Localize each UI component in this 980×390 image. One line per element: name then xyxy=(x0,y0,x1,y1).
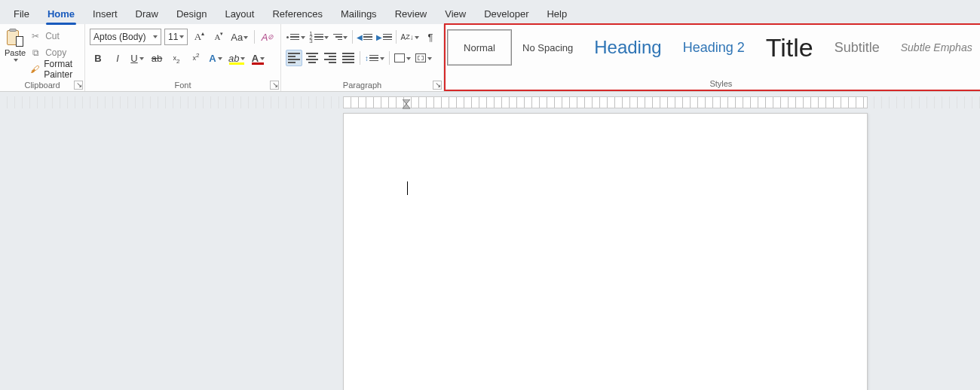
style-title[interactable]: Title xyxy=(755,29,824,66)
shading-button[interactable] xyxy=(393,50,412,66)
justify-button[interactable] xyxy=(340,50,357,66)
group-label-paragraph: Paragraph xyxy=(286,81,439,91)
font-size-value: 11 xyxy=(168,32,178,42)
text-cursor xyxy=(407,181,408,195)
tab-file[interactable]: File xyxy=(5,4,38,24)
paste-icon xyxy=(7,29,23,47)
group-label-styles: Styles xyxy=(447,79,980,90)
align-left-button[interactable] xyxy=(286,50,302,66)
group-label-clipboard: Clipboard xyxy=(5,81,80,91)
chevron-down-icon xyxy=(415,36,419,39)
clipboard-dialog-launcher[interactable]: ↘ xyxy=(74,81,83,90)
line-spacing-button[interactable]: ↕ xyxy=(363,50,386,66)
tab-draw[interactable]: Draw xyxy=(127,4,167,24)
tab-references[interactable]: References xyxy=(263,4,331,24)
font-dialog-launcher[interactable]: ↘ xyxy=(270,81,279,90)
highlight-color-button[interactable]: ab xyxy=(227,50,247,66)
tab-view[interactable]: View xyxy=(436,4,475,24)
format-painter-button[interactable]: 🖌 Format Painter xyxy=(30,62,80,77)
group-label-font: Font xyxy=(90,81,276,91)
group-paragraph: 123 ◀ ▶ AZ↓ ¶ xyxy=(281,24,444,91)
copy-label: Copy xyxy=(45,47,66,58)
font-name-value: Aptos (Body) xyxy=(93,32,145,42)
format-painter-label: Format Painter xyxy=(44,59,80,80)
borders-button[interactable] xyxy=(414,50,433,66)
tab-help[interactable]: Help xyxy=(537,4,576,24)
bullets-button[interactable] xyxy=(286,29,307,45)
font-name-combo[interactable]: Aptos (Body) xyxy=(90,29,161,45)
chevron-down-icon xyxy=(179,35,184,38)
chevron-down-icon xyxy=(243,36,248,39)
sort-button[interactable]: AZ↓ xyxy=(400,29,421,45)
chevron-down-icon xyxy=(14,59,18,62)
chevron-down-icon xyxy=(406,57,411,60)
style-heading-1[interactable]: Heading xyxy=(583,29,672,66)
paste-button[interactable]: Paste xyxy=(5,27,26,62)
align-center-button[interactable] xyxy=(304,50,320,66)
chevron-down-icon xyxy=(343,36,348,39)
document-page[interactable] xyxy=(343,113,868,390)
tab-review[interactable]: Review xyxy=(386,4,436,24)
subscript-button[interactable]: x2 xyxy=(168,50,185,66)
group-font: Aptos (Body) 11 A▴ A▾ Aa A⊘ B I U ab x2 xyxy=(85,24,281,91)
decrease-indent-button[interactable]: ◀ xyxy=(356,29,374,45)
style-subtitle[interactable]: Subtitle xyxy=(824,29,890,66)
chevron-down-icon xyxy=(260,57,265,60)
font-size-combo[interactable]: 11 xyxy=(164,29,188,45)
scissors-icon: ✂ xyxy=(30,31,41,41)
style-subtle-emphasis[interactable]: Subtle Emphas xyxy=(890,29,980,66)
cut-label: Cut xyxy=(45,31,60,41)
strikethrough-button[interactable]: ab xyxy=(149,50,165,66)
chevron-down-icon xyxy=(240,57,245,60)
change-case-button[interactable]: Aa xyxy=(230,29,250,45)
numbering-button[interactable]: 123 xyxy=(308,29,330,45)
ribbon-tabs: File Home Insert Draw Design Layout Refe… xyxy=(0,0,980,24)
clear-formatting-button[interactable]: A⊘ xyxy=(259,29,276,45)
underline-button[interactable]: U xyxy=(129,50,145,66)
increase-font-size-button[interactable]: A▴ xyxy=(191,29,207,45)
tab-home[interactable]: Home xyxy=(38,4,84,24)
chevron-down-icon xyxy=(139,57,144,60)
font-color-button[interactable]: A xyxy=(250,50,266,66)
decrease-font-size-button[interactable]: A▾ xyxy=(210,29,227,45)
chevron-down-icon xyxy=(218,57,222,60)
group-styles: Normal No Spacing Heading Heading 2 Titl… xyxy=(444,23,980,91)
chevron-down-icon xyxy=(301,36,305,39)
paragraph-dialog-launcher[interactable]: ↘ xyxy=(433,81,442,90)
text-effects-button[interactable]: A xyxy=(207,50,224,66)
copy-icon: ⧉ xyxy=(30,47,41,58)
style-normal[interactable]: Normal xyxy=(447,29,512,66)
chevron-down-icon xyxy=(153,35,158,38)
paste-label: Paste xyxy=(5,48,26,57)
cut-button[interactable]: ✂ Cut xyxy=(30,29,80,44)
bold-button[interactable]: B xyxy=(90,50,106,66)
horizontal-ruler[interactable] xyxy=(343,96,868,108)
chevron-down-icon xyxy=(380,57,384,60)
tab-design[interactable]: Design xyxy=(167,4,216,24)
superscript-button[interactable]: x2 xyxy=(188,50,204,66)
multilevel-list-button[interactable] xyxy=(332,29,349,45)
style-heading-2[interactable]: Heading 2 xyxy=(672,29,755,66)
paintbrush-icon: 🖌 xyxy=(30,64,39,75)
increase-indent-button[interactable]: ▶ xyxy=(375,29,394,45)
tab-layout[interactable]: Layout xyxy=(216,4,263,24)
svg-marker-3 xyxy=(403,104,410,108)
style-no-spacing[interactable]: No Spacing xyxy=(512,29,583,66)
group-clipboard: Paste ✂ Cut ⧉ Copy 🖌 Format Painter Clip… xyxy=(0,24,85,91)
show-paragraph-marks-button[interactable]: ¶ xyxy=(422,29,439,45)
hanging-indent-marker[interactable] xyxy=(403,104,410,111)
chevron-down-icon xyxy=(324,36,329,39)
chevron-down-icon xyxy=(427,57,432,60)
document-workspace xyxy=(0,92,980,390)
tab-mailings[interactable]: Mailings xyxy=(332,4,386,24)
tab-developer[interactable]: Developer xyxy=(475,4,537,24)
copy-button[interactable]: ⧉ Copy xyxy=(30,45,80,60)
italic-button[interactable]: I xyxy=(109,50,126,66)
align-right-button[interactable] xyxy=(322,50,338,66)
tab-insert[interactable]: Insert xyxy=(84,4,127,24)
ribbon: Paste ✂ Cut ⧉ Copy 🖌 Format Painter Clip… xyxy=(0,24,980,92)
